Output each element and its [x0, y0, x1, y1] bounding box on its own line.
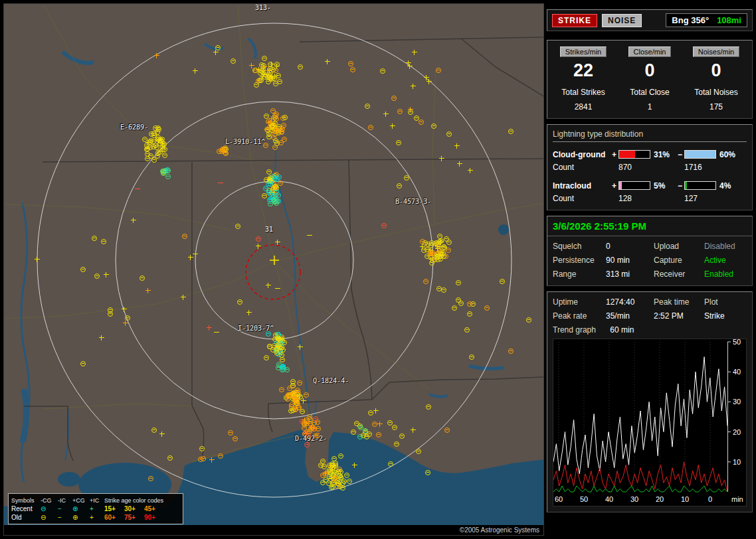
border-al-ga [349, 159, 372, 400]
receiver-value: Enabled [704, 270, 747, 279]
legend-age-code: 30+ [124, 505, 144, 512]
receiver-label: Receiver [654, 270, 704, 279]
minus-sign: − [676, 181, 684, 191]
settings-grid: Squelch 0 Upload Disabled Persistence 90… [547, 236, 752, 285]
peak-time-label: Peak time [654, 297, 704, 307]
bearing-display: Bng 356° 108mi [666, 13, 747, 27]
legend-strike-icon: ⊖ [41, 506, 58, 512]
svg-text:30: 30 [733, 398, 741, 406]
trend-graph-svg: 6050403020100min5040302010 [553, 339, 746, 504]
total-strikes-value: 2841 [550, 102, 616, 112]
ic-pos-pct: 5% [652, 181, 676, 191]
capture-label: Capture [654, 256, 704, 265]
svg-text:60: 60 [555, 495, 563, 503]
legend-row-label: Old [11, 514, 41, 521]
close-per-min-value: 0 [616, 59, 683, 82]
legend-symbol-header: -IC [58, 497, 72, 504]
legend-age-code: 15+ [104, 505, 124, 512]
map-base-layers [4, 4, 544, 536]
noise-indicator[interactable]: NOISE [602, 14, 642, 27]
range-value: 313 mi [606, 270, 654, 279]
plot-value: Strike [704, 311, 747, 321]
total-strikes-label: Total Strikes [550, 88, 616, 97]
border-la-ms [24, 406, 73, 461]
strikes-column: Strikes/min 22 Total Strikes 2841 [550, 46, 616, 112]
trend-duration-row: Trend graph 60 min [553, 325, 747, 335]
border-ms-al [192, 162, 204, 461]
legend-strike-icon: ⊖ [41, 514, 58, 521]
legend-strike-icon: ⊕ [72, 506, 90, 512]
rates-box: Strikes/min 22 Total Strikes 2841 Close/… [547, 40, 753, 119]
squelch-value: 0 [606, 242, 654, 251]
ic-neg-bar [684, 181, 716, 190]
intracloud-count-row: Count 128 127 [553, 192, 747, 204]
total-noises-label: Total Noises [683, 88, 749, 97]
cloud-ground-count-row: Count 870 1716 [553, 161, 747, 173]
svg-text:30: 30 [630, 495, 638, 503]
legend-age-code: 60+ [104, 514, 124, 521]
count-label: Count [553, 163, 610, 172]
legend-strike-icon: − [58, 514, 72, 521]
legend-symbol-header: +IC [90, 497, 104, 504]
plus-sign: + [610, 181, 618, 191]
uptime-value: 1274:40 [606, 297, 654, 307]
svg-text:0: 0 [708, 495, 712, 503]
range-label: Range [553, 270, 606, 279]
upload-label: Upload [654, 242, 704, 251]
ic-neg-pct: 4% [717, 181, 737, 191]
cg-neg-pct: 60% [717, 150, 737, 159]
close-per-min-button[interactable]: Close/min [628, 46, 672, 57]
legend-symbols-label: Symbols [11, 497, 41, 504]
lightning-map[interactable]: E-6289-L-3910-11^B-4573-3-I-1203-7^Q-182… [3, 3, 544, 536]
center-cell-label: 31 [265, 226, 273, 233]
lake-maurepas [58, 472, 80, 487]
border-al-fl [268, 400, 372, 404]
upload-value: Disabled [704, 242, 747, 251]
trend-box: Uptime 1274:40 Peak time Plot Peak rate … [547, 291, 753, 512]
svg-text:min: min [731, 495, 743, 503]
strike-indicator[interactable]: STRIKE [552, 14, 597, 27]
distribution-box: Lightning type distribution Cloud-ground… [547, 124, 753, 210]
legend-age-code: 90+ [144, 514, 164, 521]
cg-neg-bar [684, 150, 716, 159]
legend-symbol-header: +CG [72, 497, 90, 504]
peak-time-value: 2:52 PM [654, 311, 704, 321]
noises-column: Noises/min 0 Total Noises 175 [683, 46, 749, 112]
intracloud-row: Intracloud + 5% − 4% [553, 179, 747, 192]
cg-pos-pct: 31% [652, 150, 676, 159]
ic-pos-bar [618, 181, 650, 190]
strikes-per-min-button[interactable]: Strikes/min [560, 46, 607, 57]
trend-duration-value: 60 min [610, 325, 634, 335]
cg-neg-count: 1716 [684, 163, 717, 172]
svg-text:20: 20 [656, 495, 664, 503]
svg-text:40: 40 [733, 368, 741, 376]
side-panel: STRIKE NOISE Bng 356° 108mi Strikes/min … [547, 3, 753, 519]
total-noises-value: 175 [683, 102, 749, 112]
bearing-value: Bng 356° [672, 15, 709, 25]
noises-per-min-value: 0 [683, 59, 749, 82]
border-tn-south [43, 159, 544, 162]
cg-pos-count: 870 [618, 163, 652, 172]
total-close-value: 1 [616, 102, 683, 112]
center-crosshair [270, 256, 279, 265]
border-tn-nc [461, 38, 544, 97]
svg-text:10: 10 [733, 458, 741, 466]
trend-graph-label: Trend graph [553, 325, 596, 335]
legend-strike-icon: ⊕ [72, 514, 90, 521]
noises-per-min-button[interactable]: Noises/min [693, 46, 739, 57]
map-status-bar: ©2005 Astrogenic Systems [4, 525, 543, 535]
row-label: Intracloud [553, 181, 610, 191]
border-ga-fl [372, 377, 544, 400]
strikes-per-min-value: 22 [550, 59, 616, 82]
total-close-label: Total Close [616, 88, 683, 97]
svg-text:40: 40 [605, 495, 613, 503]
svg-text:20: 20 [733, 428, 741, 436]
plus-sign: + [610, 150, 618, 159]
minus-sign: − [676, 150, 684, 159]
svg-text:50: 50 [733, 339, 741, 346]
legend-strike-icon: + [90, 514, 104, 521]
stats-grid: Uptime 1274:40 Peak time Plot Peak rate … [553, 297, 747, 321]
datetime-display: 3/6/2026 2:55:19 PM [547, 216, 752, 236]
legend-strike-icon: − [58, 506, 72, 512]
legend-strike-icon: + [90, 506, 104, 512]
